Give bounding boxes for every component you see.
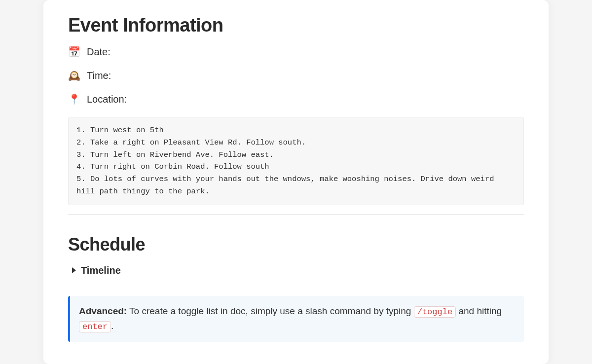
- pin-icon: 📍: [68, 93, 80, 105]
- callout-text-1: To create a toggle list in doc, simply u…: [127, 306, 414, 316]
- caret-right-icon: [72, 267, 76, 273]
- timeline-toggle[interactable]: Timeline: [68, 265, 524, 276]
- inline-code-toggle: /toggle: [414, 306, 456, 318]
- directions-code-block[interactable]: 1. Turn west on 5th 2. Take a right on P…: [68, 117, 524, 205]
- callout-strong: Advanced:: [79, 306, 127, 316]
- time-row[interactable]: 🕰️ Time:: [68, 70, 524, 81]
- clock-icon: 🕰️: [68, 70, 80, 81]
- event-info-heading: Event Information: [68, 15, 524, 36]
- callout-text-3: .: [111, 321, 113, 331]
- callout-text-2: and hitting: [456, 306, 502, 316]
- inline-code-enter: enter: [79, 321, 111, 332]
- advanced-callout: Advanced: To create a toggle list in doc…: [68, 296, 524, 342]
- timeline-toggle-label: Timeline: [81, 265, 121, 276]
- date-row[interactable]: 📅 Date:: [68, 46, 524, 58]
- document-page: Event Information 📅 Date: 🕰️ Time: 📍 Loc…: [43, 0, 549, 364]
- calendar-icon: 📅: [68, 46, 80, 58]
- location-label: Location:: [87, 94, 127, 105]
- time-label: Time:: [87, 70, 111, 81]
- section-divider: [68, 214, 524, 215]
- schedule-heading: Schedule: [68, 234, 524, 255]
- date-label: Date:: [87, 46, 111, 58]
- location-row[interactable]: 📍 Location:: [68, 93, 524, 105]
